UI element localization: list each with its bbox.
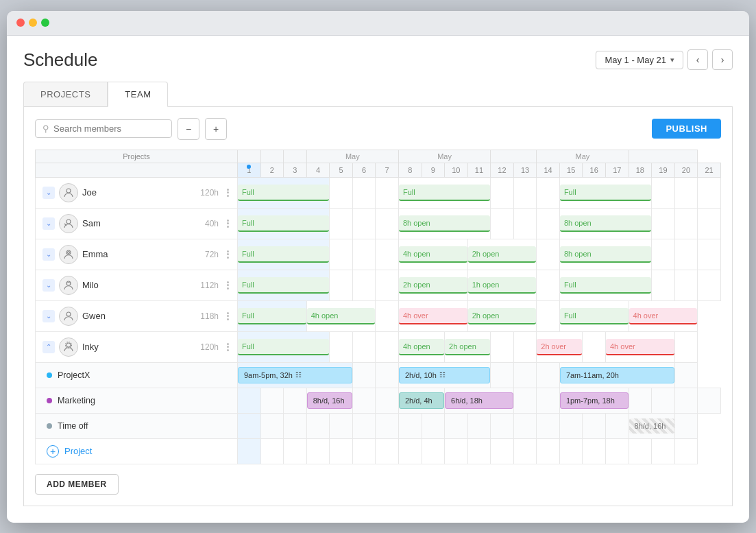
- expand-emma[interactable]: ⌄: [42, 248, 55, 261]
- day-17: 17: [606, 163, 629, 177]
- project-row-projectx: ProjectX 9am-5pm, 32h ☷: [36, 362, 721, 388]
- prev-range-button[interactable]: ‹: [687, 49, 708, 70]
- zoom-out-button[interactable]: −: [178, 118, 199, 140]
- expand-gwen[interactable]: ⌄: [42, 310, 55, 322]
- month-label-may-second: May: [398, 150, 490, 163]
- month-label-may-third: May: [537, 150, 629, 163]
- expand-milo[interactable]: ⌄: [42, 279, 55, 292]
- expand-sam[interactable]: ⌄: [42, 217, 55, 230]
- tab-projects[interactable]: PROJECTS: [23, 82, 108, 106]
- project-row-marketing: Marketing 8h/d, 16h: [36, 388, 721, 413]
- marketing-block-2[interactable]: 2h/d, 4h: [398, 388, 444, 413]
- search-icon: ⚲: [42, 123, 49, 134]
- joe-empty-7: [376, 177, 399, 208]
- project-label-timeoff: Time off: [36, 413, 238, 438]
- day-2: 2: [260, 163, 284, 177]
- expand-joe[interactable]: ⌄: [42, 187, 55, 199]
- milo-full-1: Full: [238, 270, 330, 300]
- main-content: ⚲ − + PUBLISH: [23, 107, 733, 506]
- gwen-over-block-2: 4h over: [629, 308, 698, 324]
- minimize-button[interactable]: [29, 19, 37, 27]
- maximize-button[interactable]: [41, 19, 49, 27]
- more-joe[interactable]: [225, 187, 230, 198]
- day-8: 8: [398, 163, 422, 177]
- svg-point-3: [66, 250, 71, 254]
- joe-empty-14: [537, 177, 560, 208]
- member-row-emma: ⌄ Emma 72h Full: [36, 239, 721, 270]
- inky-over-block-1: 2h over: [537, 339, 582, 355]
- add-member-button[interactable]: ADD MEMBER: [35, 474, 119, 495]
- marketing-block-3[interactable]: 6h/d, 18h: [445, 388, 514, 413]
- member-info-emma: ⌄ Emma 72h: [36, 239, 238, 270]
- inky-open-1: 4h open: [398, 331, 444, 362]
- tab-team[interactable]: TEAM: [108, 82, 168, 107]
- more-gwen[interactable]: [225, 311, 230, 322]
- inky-over-1: 2h over: [537, 331, 583, 362]
- marketing-block-inner-3: 6h/d, 18h: [445, 392, 513, 409]
- sam-full-block-1: Full: [238, 215, 329, 232]
- member-hours-emma: 72h: [205, 250, 219, 259]
- joe-empty-13: [513, 177, 537, 208]
- month-header-row: Projects May May May: [36, 150, 721, 163]
- project-label-projectx: ProjectX: [36, 362, 238, 388]
- project-row-timeoff: Time off 8h/d, 16: [36, 413, 721, 438]
- member-name-gwen: Gwen: [82, 311, 196, 321]
- joe-empty-12: [491, 177, 514, 208]
- projectx-block-1[interactable]: 9am-5pm, 32h ☷: [238, 362, 353, 388]
- day-7: 7: [376, 163, 399, 177]
- more-milo[interactable]: [225, 280, 230, 291]
- day-18: 18: [629, 163, 652, 177]
- more-sam[interactable]: [225, 218, 230, 229]
- timeoff-block-1[interactable]: 8h/d, 16h: [629, 413, 674, 438]
- date-range-selector[interactable]: May 1 - May 21: [596, 51, 683, 69]
- member-hours-joe: 120h: [200, 188, 219, 198]
- milo-open-block-1: 2h open: [399, 277, 467, 294]
- sam-open-1: 8h open: [398, 208, 490, 239]
- milo-full-2: Full: [559, 270, 651, 300]
- emma-open-block-3: 8h open: [560, 246, 651, 263]
- add-project-label: Project: [64, 446, 92, 456]
- project-name-projectx: ProjectX: [58, 370, 90, 380]
- project-name-marketing: Marketing: [58, 396, 95, 405]
- add-project-button[interactable]: + Project: [36, 439, 237, 464]
- projectx-block-3[interactable]: 7am-11am, 20h: [559, 362, 674, 388]
- milo-full-block-1: Full: [238, 277, 329, 294]
- marketing-block-4[interactable]: 1pm-7pm, 18h: [559, 388, 629, 413]
- emma-full-block-1: Full: [238, 246, 329, 263]
- next-range-button[interactable]: ›: [712, 49, 733, 70]
- publish-button[interactable]: PUBLISH: [652, 119, 721, 139]
- emma-open-block-2: 2h open: [468, 246, 537, 263]
- expand-inky[interactable]: ⌃: [42, 341, 55, 353]
- more-emma[interactable]: [225, 249, 230, 260]
- member-name-sam: Sam: [82, 218, 201, 228]
- projectx-icon-2: ☷: [439, 371, 446, 379]
- marketing-block-1[interactable]: 8h/d, 16h: [306, 388, 352, 413]
- inky-over-block-2: 4h over: [606, 339, 674, 355]
- projectx-block-inner-3: 7am-11am, 20h: [560, 367, 674, 383]
- member-name-milo: Milo: [82, 280, 196, 290]
- month-spacer3: [491, 150, 537, 163]
- projectx-block-2[interactable]: 2h/d, 10h ☷: [398, 362, 490, 388]
- inky-open-block-2: 2h open: [445, 339, 490, 355]
- schedule-table: Projects May May May: [35, 150, 721, 464]
- gwen-open-block-2: 2h open: [468, 308, 537, 324]
- projectx-icon-1: ☷: [295, 371, 302, 379]
- close-button[interactable]: [16, 19, 25, 27]
- add-project-icon: +: [47, 445, 59, 458]
- day-20: 20: [674, 163, 698, 177]
- date-range-control: May 1 - May 21 ‹ ›: [596, 49, 733, 70]
- member-info-gwen: ⌄ Gwen 118h: [36, 300, 238, 331]
- projectx-block-inner-2: 2h/d, 10h ☷: [399, 367, 490, 383]
- day-header-row: 1 2 3 4 5 6 7 8 9 10 11 12: [36, 163, 721, 177]
- joe-full-block-2: Full: [399, 185, 490, 201]
- emma-open-2: 2h open: [467, 239, 537, 270]
- milo-open-1: 2h open: [398, 270, 467, 300]
- joe-avail-full-2: Full: [398, 177, 490, 208]
- more-inky[interactable]: [225, 342, 230, 353]
- emma-open-3: 8h open: [559, 239, 651, 270]
- add-project-cell: + Project: [36, 438, 238, 464]
- timeoff-block-inner-1: 8h/d, 16h: [629, 418, 674, 434]
- zoom-in-button[interactable]: +: [205, 118, 227, 140]
- search-input[interactable]: [53, 123, 164, 134]
- project-dot-timeoff: [47, 423, 52, 429]
